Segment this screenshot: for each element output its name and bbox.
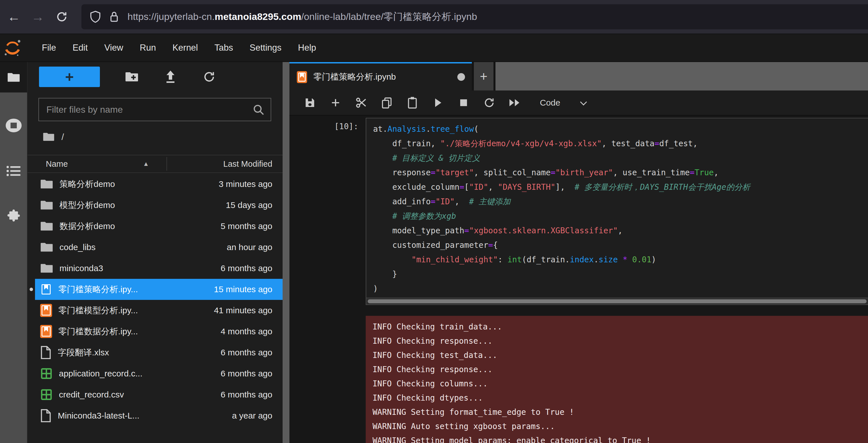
code-editor[interactable]: at.Analysis.tree_flow( df_train, "./策略分析… bbox=[366, 118, 868, 305]
file-panel-scrollbar[interactable] bbox=[283, 62, 289, 443]
file-row[interactable]: 数据分析demo5 months ago bbox=[35, 216, 283, 237]
last-modified-column-header[interactable]: Last Modified bbox=[223, 159, 273, 169]
menu-item-view[interactable]: View bbox=[96, 34, 131, 62]
breadcrumb-root[interactable]: / bbox=[61, 132, 64, 142]
file-last-modified: 5 months ago bbox=[221, 221, 283, 231]
editor-horizontal-scrollbar[interactable] bbox=[366, 297, 868, 305]
file-row[interactable]: application_record.c...6 months ago bbox=[35, 363, 283, 384]
name-column-header[interactable]: Name bbox=[28, 159, 68, 169]
add-cell-button[interactable] bbox=[329, 96, 342, 109]
save-button[interactable] bbox=[304, 96, 316, 109]
new-tab-button[interactable]: + bbox=[474, 62, 494, 91]
save-icon bbox=[304, 97, 316, 108]
new-folder-icon bbox=[125, 70, 138, 83]
menu-item-kernel[interactable]: Kernel bbox=[164, 34, 206, 62]
interrupt-kernel-button[interactable] bbox=[457, 96, 470, 109]
menu-item-tabs[interactable]: Tabs bbox=[206, 34, 241, 62]
screen: ← → https://jupyterlab-cn.metanoia8295.c… bbox=[0, 0, 868, 443]
file-name: 策略分析demo bbox=[60, 179, 115, 190]
upload-button[interactable] bbox=[164, 70, 177, 84]
code-line: df_train, "./策略分析demo/v4-xgb/v4-xgb.xlsx… bbox=[373, 136, 868, 151]
cut-cells-button[interactable] bbox=[355, 96, 367, 109]
running-kernels-icon bbox=[5, 118, 22, 133]
menu-item-help[interactable]: Help bbox=[290, 34, 324, 62]
jupyterlab-menu-bar: FileEditViewRunKernelTabsSettingsHelp bbox=[0, 34, 868, 62]
address-bar[interactable]: https://jupyterlab-cn.metanoia8295.com/o… bbox=[82, 4, 868, 29]
menu-item-settings[interactable]: Settings bbox=[241, 34, 290, 62]
output-line: INFO Checking train_data... bbox=[373, 320, 868, 334]
menu-item-file[interactable]: File bbox=[34, 34, 64, 62]
output-line: INFO Checking response... bbox=[373, 334, 868, 348]
sidebar-item-extensions[interactable] bbox=[0, 194, 27, 239]
file-row[interactable]: credit_record.csv6 months ago bbox=[35, 384, 283, 405]
file-last-modified: 6 months ago bbox=[221, 348, 283, 357]
file-row[interactable]: 模型分析demo15 days ago bbox=[35, 195, 283, 216]
file-last-modified: 41 minutes ago bbox=[214, 306, 283, 315]
forward-button[interactable]: → bbox=[28, 7, 48, 27]
file-row[interactable]: Miniconda3-latest-L...a year ago bbox=[35, 405, 283, 426]
file-last-modified: 6 months ago bbox=[221, 390, 283, 400]
lock-icon[interactable] bbox=[109, 10, 120, 23]
file-last-modified: 15 minutes ago bbox=[214, 285, 283, 294]
sidebar-item-running-kernels[interactable] bbox=[0, 103, 27, 148]
file-last-modified: a year ago bbox=[232, 411, 283, 420]
sidebar-item-file-browser[interactable] bbox=[0, 62, 27, 92]
code-cell: [10]: at.Analysis.tree_flow( df_train, "… bbox=[289, 118, 868, 305]
tracking-shield-icon[interactable] bbox=[89, 10, 101, 23]
file-row[interactable]: code_libsan hour ago bbox=[35, 237, 283, 258]
restart-kernel-button[interactable] bbox=[483, 96, 495, 109]
file-row[interactable]: miniconda36 months ago bbox=[35, 258, 283, 279]
file-row[interactable]: 零门槛数据分析.ipy...4 months ago bbox=[35, 321, 283, 342]
back-button[interactable]: ← bbox=[4, 7, 24, 27]
url-text[interactable]: https://jupyterlab-cn.metanoia8295.com/o… bbox=[127, 10, 477, 23]
chevron-down-icon bbox=[580, 98, 587, 105]
code-line: "min_child_weight": int(df_train.index.s… bbox=[373, 252, 868, 267]
sort-ascending-icon: ▲ bbox=[143, 160, 149, 167]
output-line: INFO Checking test_data... bbox=[373, 348, 868, 362]
folder-icon bbox=[40, 242, 53, 253]
file-list-header: Name ▲ Last Modified bbox=[28, 155, 283, 173]
file-name: 字段翻译.xlsx bbox=[58, 347, 109, 358]
menu-item-edit[interactable]: Edit bbox=[64, 34, 96, 62]
folder-icon bbox=[40, 263, 53, 274]
root-folder-icon[interactable] bbox=[43, 132, 55, 142]
scissors-icon bbox=[355, 97, 367, 109]
notebook-icon bbox=[40, 304, 52, 317]
refresh-icon bbox=[203, 70, 215, 83]
code-line: add_info="ID", # 主键添加 bbox=[373, 194, 868, 209]
code-line: # 调整参数为xgb bbox=[373, 209, 868, 223]
output-line: INFO Checking response... bbox=[373, 362, 868, 377]
file-row[interactable]: 零门槛策略分析.ipy...15 minutes ago bbox=[35, 279, 283, 300]
copy-cells-button[interactable] bbox=[380, 96, 393, 109]
cell-output-row: INFO Checking train_data...INFO Checking… bbox=[289, 316, 868, 443]
search-icon bbox=[252, 103, 265, 116]
new-folder-button[interactable] bbox=[125, 70, 138, 84]
file-name: 数据分析demo bbox=[60, 221, 115, 232]
run-cell-button[interactable] bbox=[432, 96, 444, 109]
file-name: application_record.c... bbox=[59, 369, 143, 378]
notebook-content: [10]: at.Analysis.tree_flow( df_train, "… bbox=[289, 116, 868, 443]
cell-type-dropdown[interactable]: Code bbox=[540, 98, 585, 107]
file-last-modified: an hour ago bbox=[227, 243, 283, 252]
running-indicator-dot bbox=[30, 288, 33, 291]
code-editor-lines: at.Analysis.tree_flow( df_train, "./策略分析… bbox=[366, 118, 868, 297]
file-last-modified: 15 days ago bbox=[226, 200, 283, 210]
scrollbar-thumb[interactable] bbox=[368, 299, 867, 303]
sidebar-item-table-of-contents[interactable] bbox=[0, 148, 27, 194]
menu-item-run[interactable]: Run bbox=[131, 34, 164, 62]
paste-icon bbox=[407, 96, 418, 109]
new-launcher-button[interactable]: + bbox=[39, 67, 100, 87]
file-row[interactable]: 零门槛模型分析.ipy...41 minutes ago bbox=[35, 300, 283, 321]
file-row[interactable]: 字段翻译.xlsx6 months ago bbox=[35, 342, 283, 363]
tab-notebook[interactable]: 零门槛策略分析.ipynb ● bbox=[289, 62, 472, 91]
refresh-file-list-button[interactable] bbox=[203, 70, 216, 84]
filter-files-input[interactable] bbox=[38, 98, 271, 121]
upload-icon bbox=[164, 70, 177, 84]
reload-button[interactable] bbox=[52, 7, 72, 27]
file-row[interactable]: 策略分析demo3 minutes ago bbox=[35, 173, 283, 195]
file-last-modified: 4 months ago bbox=[221, 327, 283, 336]
paste-cells-button[interactable] bbox=[406, 96, 418, 109]
code-line: exclude_column=["ID", "DAYS_BIRTH"], # 多… bbox=[373, 180, 868, 194]
restart-run-all-button[interactable] bbox=[508, 96, 521, 109]
restart-icon bbox=[484, 97, 495, 108]
